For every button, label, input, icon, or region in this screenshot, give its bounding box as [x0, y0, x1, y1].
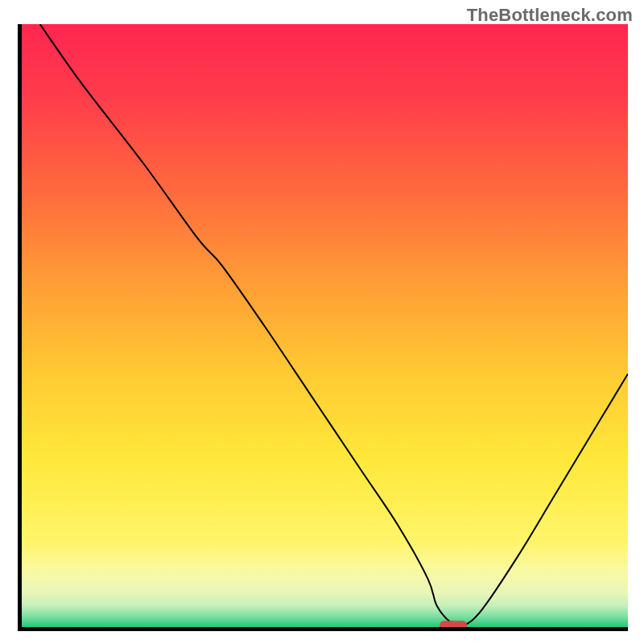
gradient-background — [22, 24, 628, 627]
plot-area — [18, 24, 628, 631]
svg-rect-0 — [22, 24, 628, 627]
bottleneck-chart: TheBottleneck.com — [0, 0, 644, 644]
watermark-text: TheBottleneck.com — [467, 5, 633, 26]
